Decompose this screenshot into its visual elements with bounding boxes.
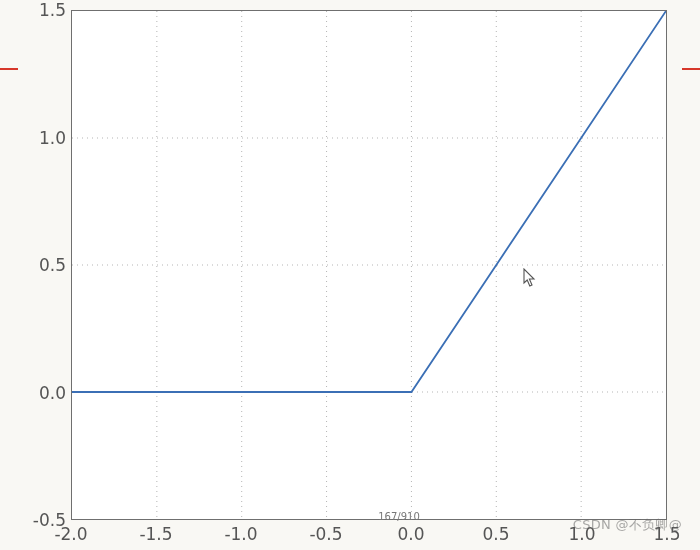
xtick-label: -2.0 bbox=[54, 524, 87, 544]
red-marker-left bbox=[0, 68, 18, 70]
ytick-label: 1.5 bbox=[16, 0, 66, 20]
chart-frame: { "chart_data": { "type": "line", "title… bbox=[0, 0, 700, 550]
red-marker-right bbox=[682, 68, 700, 70]
plot-svg bbox=[72, 11, 666, 519]
xtick-label: -1.0 bbox=[224, 524, 257, 544]
xtick-label: -1.5 bbox=[139, 524, 172, 544]
plot-area[interactable] bbox=[71, 10, 667, 520]
page-counter: 167/910 bbox=[378, 511, 420, 522]
xtick-label: 0.0 bbox=[397, 524, 424, 544]
xtick-label: 0.5 bbox=[482, 524, 509, 544]
xtick-label: -0.5 bbox=[309, 524, 342, 544]
ytick-label: 0.0 bbox=[16, 383, 66, 403]
ytick-label: 1.0 bbox=[16, 128, 66, 148]
ytick-label: 0.5 bbox=[16, 255, 66, 275]
watermark-text: CSDN @不负卿@ bbox=[573, 516, 682, 534]
